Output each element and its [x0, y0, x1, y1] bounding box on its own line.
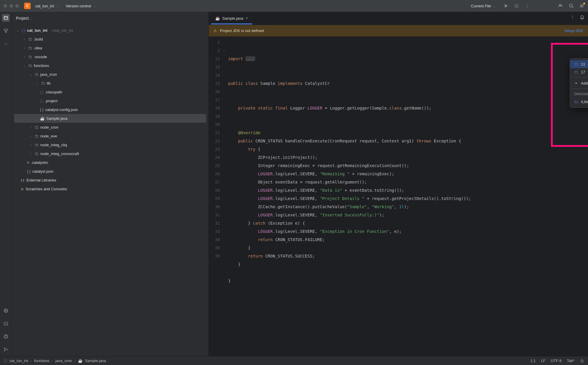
tree-folder[interactable]: ›🗀.vscode [14, 52, 206, 61]
tree-external-libs[interactable]: ⫿⫿External Libraries [14, 176, 206, 184]
window-controls[interactable] [4, 4, 19, 8]
tab-sample-java[interactable]: ☕ Sample.java × [211, 13, 252, 24]
folder-icon: 🗀 [574, 62, 578, 66]
folder-icon: 🗀 [574, 100, 578, 104]
tree-scratches[interactable]: ≣Scratches and Consoles [14, 184, 206, 193]
setup-sdk-link[interactable]: Setup SDK [564, 28, 583, 33]
svg-point-0 [515, 4, 518, 7]
svg-point-3 [581, 5, 583, 7]
titlebar: C cat_tun_int Version control Current Fi… [0, 0, 588, 12]
structure-tool-icon[interactable] [2, 27, 10, 35]
more-icon[interactable]: ⋮ [524, 3, 530, 9]
warning-icon: ⚠ [213, 28, 217, 33]
svg-point-11 [6, 337, 6, 338]
vcs-dropdown[interactable]: Version control [64, 3, 98, 9]
line-separator[interactable]: LF [541, 359, 545, 363]
project-panel: Project ⌄▢ cat_tun_int ~/cat_tun_int ›🗀.… [12, 12, 209, 356]
svg-point-2 [569, 4, 572, 7]
tree-file[interactable]: { }catalyst-config.json [14, 105, 206, 114]
tree-folder[interactable]: ›🗀node_cron [14, 123, 206, 132]
line-gutter: 1 2 12 13 14 15 16 17 18 19 20 21 22 23 … [209, 36, 223, 356]
crumb[interactable]: cat_tun_int [9, 359, 28, 363]
banner-text: Project JDK is not defined [220, 28, 264, 33]
svg-rect-15 [581, 361, 583, 362]
tree-folder[interactable]: ›🗀.build [14, 35, 206, 43]
tree-folder[interactable]: ›🗀lib [14, 79, 206, 88]
plus-icon: ＋ [574, 80, 578, 86]
detected-sdk-item[interactable]: 🗀 /Library/Java/JavaVirtualMachines/jdk1… [570, 98, 588, 106]
project-tool-icon[interactable] [2, 14, 10, 22]
svg-point-1 [559, 4, 561, 6]
sdk-option-17[interactable]: 🗀 17 Oracle OpenJDK version 17.0.2 [570, 68, 588, 76]
readonly-lock-icon[interactable] [580, 359, 584, 363]
run-config-dropdown[interactable]: Current File [469, 3, 498, 9]
statusbar: ▢ cat_tun_int› functions› java_cron› ☕ S… [0, 356, 588, 365]
tree-file[interactable]: ◌.project [14, 96, 206, 105]
svg-point-14 [6, 349, 8, 350]
indent-setting[interactable]: Tab* [567, 359, 574, 363]
crumb[interactable]: Sample.java [85, 359, 106, 363]
services-tool-icon[interactable] [2, 307, 10, 314]
tab-label: Sample.java [222, 16, 243, 21]
search-icon[interactable] [569, 3, 574, 9]
tree-folder[interactable]: ⌄🗀functions [14, 61, 206, 70]
collab-icon[interactable] [558, 3, 563, 9]
editor: ☕ Sample.java × ⋮ ⚠ Project JDK is not d… [209, 12, 588, 356]
tree-file[interactable]: ≡.catalystrc [14, 158, 206, 167]
fold-gutter[interactable]: › [223, 36, 228, 356]
tree-file[interactable]: { }catalyst.json [14, 167, 206, 176]
svg-point-13 [4, 350, 5, 351]
crumb[interactable]: functions [34, 359, 49, 363]
notifications-icon[interactable] [580, 15, 584, 19]
tree-folder[interactable]: ›🗀node_eve [14, 132, 206, 140]
code-area[interactable]: 1 2 12 13 14 15 16 17 18 19 20 21 22 23 … [209, 36, 588, 356]
terminal-tool-icon[interactable] [2, 320, 10, 327]
svg-rect-7 [5, 31, 6, 33]
settings-icon[interactable] [579, 3, 584, 9]
debug-icon[interactable] [514, 3, 519, 9]
tool-rail: ⋯ [0, 12, 12, 356]
run-icon[interactable] [503, 3, 509, 9]
folder-icon: 🗀 [574, 70, 578, 74]
code-content[interactable]: import ... public class Sample implement… [228, 36, 588, 356]
more-tool-icon[interactable]: ⋯ [2, 40, 10, 48]
git-tool-icon[interactable] [2, 346, 10, 353]
svg-rect-4 [4, 16, 8, 19]
sdk-option-11[interactable]: 🗀 11 Oracle OpenJDK version 11.0.16 [570, 60, 588, 68]
tree-folder[interactable]: ›🗀node_integ_cliq [14, 140, 206, 149]
tree-file-selected[interactable]: ☕Sample.java [14, 114, 206, 123]
tree-folder[interactable]: ›🗀node_integ_convocraft [14, 149, 206, 158]
tab-more-icon[interactable]: ⋮ [571, 15, 574, 19]
project-dropdown[interactable]: cat_tun_int [33, 3, 61, 9]
sdk-popup: 🗀 11 Oracle OpenJDK version 11.0.16 🗀 17… [570, 58, 588, 108]
tree-file[interactable]: ◌.classpath [14, 88, 206, 96]
app-badge: C [24, 3, 31, 9]
detected-sdks-header: Detected SDKs [570, 90, 588, 98]
tree-folder[interactable]: ⌄🗀java_cron [14, 70, 206, 79]
svg-rect-5 [4, 29, 5, 30]
tree-folder[interactable]: ›🗀.idea [14, 43, 206, 52]
svg-rect-6 [6, 29, 8, 30]
problems-tool-icon[interactable] [2, 333, 10, 340]
svg-point-12 [4, 348, 5, 349]
project-tree[interactable]: ⌄▢ cat_tun_int ~/cat_tun_int ›🗀.build ›🗀… [12, 25, 208, 356]
breadcrumb-icon: ▢ [4, 359, 7, 363]
sdk-banner: ⚠ Project JDK is not defined Setup SDK [209, 25, 588, 36]
editor-tabs: ☕ Sample.java × ⋮ [209, 12, 588, 25]
tree-root[interactable]: ⌄▢ cat_tun_int ~/cat_tun_int [14, 26, 206, 35]
file-encoding[interactable]: UTF-8 [551, 359, 562, 363]
crumb[interactable]: java_cron [55, 359, 72, 363]
java-file-icon: ☕ [78, 359, 83, 363]
svg-rect-9 [4, 322, 8, 325]
caret-position[interactable]: 1:1 [530, 359, 536, 363]
add-sdk-item[interactable]: ＋ Add SDK › [570, 79, 588, 88]
java-file-icon: ☕ [215, 16, 220, 21]
panel-title[interactable]: Project [12, 12, 208, 25]
close-tab-icon[interactable]: × [246, 16, 248, 21]
